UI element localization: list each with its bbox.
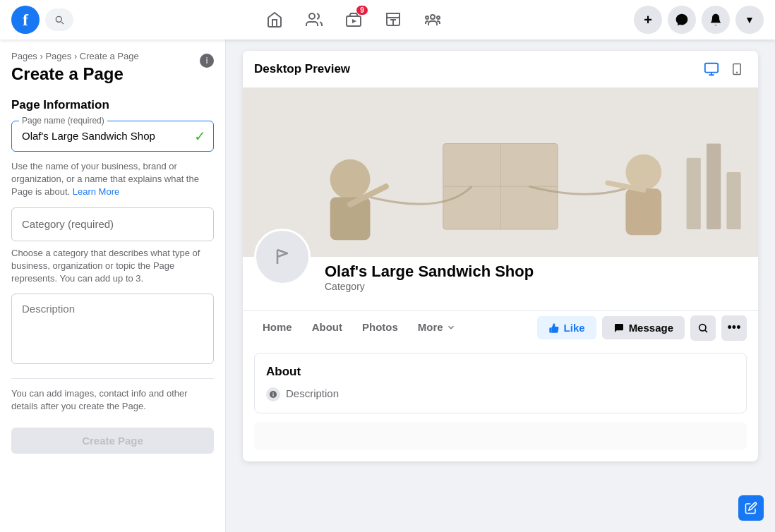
info-small-icon bbox=[266, 387, 280, 401]
chevron-down-icon bbox=[446, 322, 456, 332]
mobile-view-icon[interactable] bbox=[727, 59, 747, 79]
category-wrapper: Category (required) bbox=[11, 207, 214, 241]
messenger-button[interactable] bbox=[668, 6, 696, 34]
svg-rect-8 bbox=[705, 64, 718, 73]
category-help: Choose a category that describes what ty… bbox=[11, 247, 214, 286]
preview-icons bbox=[702, 59, 747, 79]
watch-badge: 9 bbox=[356, 6, 368, 15]
nav-watch-btn[interactable]: 9 bbox=[337, 3, 371, 37]
nav-more[interactable]: More bbox=[409, 314, 464, 341]
bottom-section-hint bbox=[254, 422, 747, 450]
nav-right: + ▼ bbox=[634, 6, 764, 34]
message-button[interactable]: Message bbox=[602, 316, 685, 339]
top-navigation: f bbox=[0, 0, 775, 40]
message-icon bbox=[613, 322, 625, 334]
preview-header: Desktop Preview bbox=[243, 51, 758, 87]
cover-illustration bbox=[243, 87, 758, 257]
thumbs-up-icon bbox=[548, 322, 560, 334]
breadcrumb: Pages › Pages › Create a Page bbox=[11, 51, 139, 61]
svg-point-0 bbox=[309, 13, 315, 19]
facebook-logo[interactable]: f bbox=[11, 6, 40, 34]
edit-fab[interactable] bbox=[738, 495, 764, 521]
preview-title: Desktop Preview bbox=[254, 62, 350, 76]
svg-point-27 bbox=[699, 324, 706, 330]
breadcrumb-pages[interactable]: Pages bbox=[11, 51, 37, 61]
profile-category: Category bbox=[325, 281, 747, 292]
message-label: Message bbox=[629, 322, 673, 334]
desktop-view-icon[interactable] bbox=[702, 59, 721, 79]
page-name-help: Use the name of your business, brand or … bbox=[11, 160, 214, 199]
nav-more-label: More bbox=[409, 314, 464, 341]
ellipsis-icon: ••• bbox=[728, 320, 741, 335]
about-section: About Description bbox=[254, 353, 747, 413]
bell-icon bbox=[709, 13, 723, 27]
page-name-wrapper: Page name (required) ✓ bbox=[11, 121, 214, 152]
more-small-button[interactable]: ••• bbox=[721, 315, 747, 341]
bottom-help: You can add images, contact info and oth… bbox=[11, 378, 214, 421]
page-name-input[interactable] bbox=[22, 130, 182, 142]
cover-area bbox=[243, 87, 758, 257]
left-panel: Pages › Pages › Create a Page Create a P… bbox=[0, 40, 226, 532]
messenger-icon bbox=[675, 13, 689, 27]
profile-avatar bbox=[254, 229, 311, 285]
svg-rect-23 bbox=[687, 158, 701, 229]
page-nav-actions: Like Message bbox=[537, 315, 747, 341]
nav-friends-btn[interactable] bbox=[297, 3, 331, 37]
svg-rect-26 bbox=[270, 245, 294, 269]
svg-point-5 bbox=[431, 15, 435, 19]
check-icon: ✓ bbox=[194, 128, 206, 145]
nav-home-btn[interactable] bbox=[258, 3, 292, 37]
nav-center: 9 bbox=[73, 3, 634, 37]
svg-point-16 bbox=[625, 155, 661, 191]
about-description-text: Description bbox=[286, 387, 339, 399]
svg-point-6 bbox=[426, 16, 428, 19]
svg-rect-17 bbox=[625, 188, 661, 235]
nav-about[interactable]: About bbox=[304, 314, 351, 341]
marketplace-icon bbox=[385, 11, 402, 28]
search-icon bbox=[54, 14, 65, 25]
search-small-button[interactable] bbox=[690, 315, 716, 341]
learn-more-link[interactable]: Learn More bbox=[73, 186, 119, 197]
category-field[interactable]: Category (required) bbox=[11, 207, 214, 241]
friends-icon bbox=[306, 11, 323, 28]
search-small-icon bbox=[697, 322, 709, 334]
info-icon[interactable]: i bbox=[200, 54, 214, 68]
about-description-row: Description bbox=[266, 387, 735, 401]
notifications-button[interactable] bbox=[702, 6, 730, 34]
like-label: Like bbox=[564, 322, 585, 334]
account-menu-button[interactable]: ▼ bbox=[735, 6, 764, 34]
nav-groups-btn[interactable] bbox=[416, 3, 450, 37]
svg-point-7 bbox=[437, 16, 440, 19]
search-box[interactable] bbox=[45, 8, 73, 31]
svg-marker-2 bbox=[352, 19, 356, 23]
home-icon bbox=[266, 11, 283, 28]
description-textarea[interactable] bbox=[11, 294, 214, 364]
about-title: About bbox=[266, 365, 735, 379]
profile-info: Olaf's Large Sandwich Shop Category bbox=[254, 257, 747, 299]
edit-icon bbox=[745, 502, 757, 514]
page-name-label: Page name (required) bbox=[19, 116, 107, 126]
svg-rect-24 bbox=[707, 143, 721, 229]
like-button[interactable]: Like bbox=[537, 316, 596, 339]
nav-left: f bbox=[11, 6, 73, 34]
page-navigation: Home About Photos More bbox=[243, 310, 758, 344]
page-title: Create a Page bbox=[11, 64, 139, 84]
svg-line-28 bbox=[705, 330, 707, 332]
main-layout: Pages › Pages › Create a Page Create a P… bbox=[0, 40, 775, 532]
nav-photos[interactable]: Photos bbox=[354, 314, 407, 341]
add-button[interactable]: + bbox=[634, 6, 662, 34]
fb-letter: f bbox=[23, 11, 28, 30]
nav-home[interactable]: Home bbox=[254, 314, 301, 341]
section-title: Page Information bbox=[11, 98, 214, 112]
svg-rect-25 bbox=[726, 172, 740, 229]
groups-icon bbox=[424, 11, 441, 28]
preview-card: Desktop Preview bbox=[243, 51, 758, 461]
profile-name: Olaf's Large Sandwich Shop bbox=[325, 262, 747, 281]
breadcrumb-current: Pages › Create a Page bbox=[45, 51, 138, 61]
right-panel: Desktop Preview bbox=[226, 40, 775, 532]
category-placeholder: Category (required) bbox=[22, 218, 114, 230]
nav-marketplace-btn[interactable] bbox=[376, 3, 410, 37]
profile-section: Olaf's Large Sandwich Shop Category bbox=[243, 257, 758, 310]
svg-point-14 bbox=[330, 159, 371, 200]
create-page-button[interactable]: Create Page bbox=[11, 428, 214, 454]
